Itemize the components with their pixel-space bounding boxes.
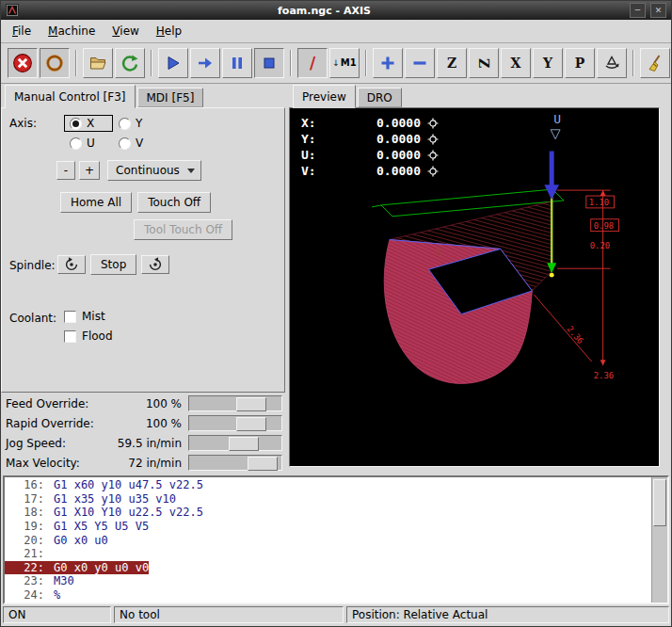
gcode-line[interactable]: 24:% — [5, 588, 651, 603]
dro-value: 0.0000 — [320, 132, 421, 146]
gcode-line-text: G0 x0 y0 u0 v0 — [44, 561, 149, 574]
axis-radio-u-label: U — [87, 137, 95, 150]
scrollbar-thumb[interactable] — [653, 479, 666, 526]
dro-axis-label: Y: — [301, 132, 320, 146]
axis-radio-v[interactable]: V — [113, 135, 162, 152]
axis-radio-u[interactable]: U — [64, 135, 113, 152]
gcode-line[interactable]: 16:G1 x60 y10 u47.5 v22.5 — [5, 478, 651, 492]
flood-checkbox[interactable]: Flood — [64, 330, 113, 343]
pause-button[interactable] — [222, 48, 252, 78]
axis-radio-y[interactable]: Y — [113, 115, 162, 132]
statusbar: ON No tool Position: Relative Actual — [1, 604, 671, 626]
home-all-button[interactable]: Home All — [60, 192, 132, 213]
minimize-button[interactable]: ─ — [630, 3, 646, 18]
tab-mdi[interactable]: MDI [F5] — [137, 88, 204, 107]
gcode-line[interactable]: 17:G1 x35 y10 u35 v10 — [5, 492, 651, 506]
checkbox-icon — [64, 311, 76, 323]
gcode-line[interactable]: 20:G0 x0 u0 — [5, 533, 651, 547]
dro-value: 0.0000 — [320, 148, 421, 162]
gcode-line-number: 24: — [5, 588, 44, 602]
gcode-line[interactable]: 23:M30 — [5, 574, 651, 588]
rotate-view-button[interactable] — [597, 48, 627, 78]
menu-machine[interactable]: Machine — [40, 20, 104, 42]
status-tool: No tool — [114, 606, 344, 623]
main-area: Manual Control [F3] MDI [F5] Axis: X Y — [1, 84, 671, 475]
block-delete-button[interactable]: / — [297, 48, 328, 78]
gcode-scrollbar[interactable] — [651, 477, 667, 603]
gcode-line-text: G1 x35 y10 u35 v10 — [44, 492, 176, 506]
view-side-label: X — [511, 56, 521, 70]
estop-button[interactable] — [8, 48, 38, 78]
axis-radio-group: X Y U V — [64, 115, 162, 152]
gcode-line-number: 18: — [5, 506, 44, 519]
x-axis-glyph: X — [435, 246, 442, 258]
control-panel: Manual Control [F3] MDI [F5] Axis: X Y — [1, 84, 285, 475]
tab-dro[interactable]: DRO — [358, 88, 402, 107]
dro-value: 0.0000 — [320, 164, 421, 178]
broom-icon — [646, 54, 664, 72]
tab-manual-control[interactable]: Manual Control [F3] — [5, 85, 136, 108]
home-row: Home All Touch Off — [60, 192, 284, 213]
menu-view[interactable]: View — [104, 20, 147, 42]
coolant-label: Coolant: — [9, 310, 53, 325]
close-button[interactable]: ✕ — [650, 3, 666, 18]
zoom-out-icon — [410, 54, 429, 72]
view-rotated-top-button[interactable]: Z — [469, 48, 499, 78]
view-perspective-button[interactable]: P — [565, 48, 595, 78]
homed-icon — [427, 118, 439, 129]
feed-override-slider[interactable] — [188, 395, 282, 411]
gcode-line[interactable]: 21: — [5, 547, 651, 561]
view-side-button[interactable]: X — [501, 48, 531, 78]
step-icon — [196, 54, 215, 72]
view-front-button[interactable]: Y — [533, 48, 563, 78]
view-top-label: Z — [447, 56, 456, 70]
machine-power-button[interactable] — [40, 48, 70, 78]
slider-thumb[interactable] — [236, 397, 266, 411]
gcode-line-active[interactable]: 22:G0 x0 y0 u0 v0 — [5, 561, 651, 575]
dim-label: 1.10 — [589, 198, 609, 207]
menu-file[interactable]: File — [4, 20, 40, 42]
slider-thumb[interactable] — [229, 437, 259, 451]
mist-checkbox[interactable]: Mist — [64, 310, 113, 323]
jog-plus-button[interactable]: + — [79, 161, 100, 180]
zoom-out-button[interactable] — [405, 48, 435, 78]
view-top-button[interactable]: Z — [437, 48, 467, 78]
stop-button[interactable] — [254, 48, 284, 78]
gcode-text[interactable]: 16:G1 x60 y10 u47.5 v22.5 17:G1 x35 y10 … — [5, 477, 651, 603]
touch-off-button[interactable]: Touch Off — [137, 192, 211, 213]
reload-button[interactable] — [115, 48, 145, 78]
menubar: File Machine View Help — [1, 20, 671, 43]
jog-speed-slider[interactable] — [188, 435, 282, 451]
slider-thumb[interactable] — [248, 457, 278, 471]
axis-main-window: foam.ngc - AXIS ─ ✕ File Machine View He… — [0, 0, 672, 627]
window-title: foam.ngc - AXIS — [24, 5, 625, 17]
dro-axis-label: U: — [301, 148, 320, 162]
gcode-line[interactable]: 18:G1 X10 Y10 u22.5 v22.5 — [5, 506, 651, 520]
spindle-stop-button[interactable]: Stop — [90, 254, 136, 275]
step-button[interactable] — [190, 48, 220, 78]
jog-minus-button[interactable]: - — [56, 161, 75, 180]
spindle-forward-button[interactable] — [141, 255, 169, 274]
gcode-line-text: G0 x0 u0 — [44, 534, 108, 547]
tab-preview[interactable]: Preview — [293, 85, 356, 108]
axis-radio-x[interactable]: X — [64, 115, 113, 132]
optional-stop-button[interactable]: ↓ M1 — [329, 48, 360, 78]
radio-dot-icon — [70, 137, 82, 150]
rapid-override-label: Rapid Override: — [3, 417, 94, 430]
zoom-in-button[interactable] — [373, 48, 403, 78]
gcode-line[interactable]: 19:G1 X5 Y5 U5 V5 — [5, 520, 651, 534]
rapid-override-slider[interactable] — [188, 415, 282, 431]
view-front-label: Y — [543, 56, 552, 70]
menu-help[interactable]: Help — [148, 20, 190, 42]
jog-mode-select[interactable]: Continuous — [107, 160, 201, 181]
preview-canvas[interactable]: U X — [289, 107, 660, 467]
clear-plot-button[interactable] — [640, 48, 670, 78]
control-tabbar: Manual Control [F3] MDI [F5] — [1, 84, 285, 107]
slider-thumb[interactable] — [236, 417, 266, 431]
run-button[interactable] — [158, 48, 188, 78]
spindle-reverse-button[interactable] — [57, 255, 86, 274]
gcode-line-text: M30 — [44, 574, 74, 587]
open-file-button[interactable] — [83, 48, 113, 78]
mist-label: Mist — [82, 310, 105, 323]
max-velocity-slider[interactable] — [188, 455, 282, 471]
